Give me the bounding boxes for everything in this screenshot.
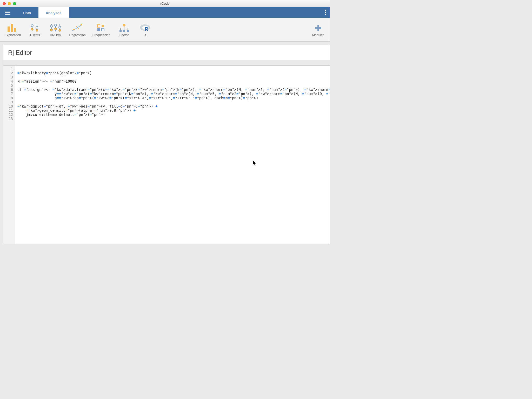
line-gutter: 12345678910111213 <box>3 66 15 244</box>
svg-rect-7 <box>11 24 13 32</box>
svg-point-13 <box>36 26 38 28</box>
code-content[interactable]: ="kw">library="pn">(ggplot2="pn">) N ="a… <box>15 66 330 244</box>
svg-point-5 <box>325 14 326 15</box>
svg-rect-27 <box>78 28 79 29</box>
regression-icon <box>72 23 83 33</box>
svg-rect-31 <box>97 28 100 31</box>
svg-rect-1 <box>5 12 10 13</box>
tool-exploration-label: Exploration <box>5 33 21 37</box>
svg-point-23 <box>59 29 61 31</box>
workspace: Rj Editor 12345678910111213 ="kw">librar… <box>0 42 330 247</box>
frequencies-icon <box>97 23 106 33</box>
menu-button[interactable] <box>0 7 16 18</box>
svg-rect-30 <box>102 25 104 27</box>
svg-rect-2 <box>5 14 10 15</box>
svg-point-22 <box>59 26 61 28</box>
ttests-icon <box>30 23 40 33</box>
svg-rect-39 <box>119 30 122 32</box>
anova-icon <box>49 23 62 33</box>
svg-rect-40 <box>123 30 125 32</box>
analyses-toolbar: Exploration T-Tests <box>0 18 330 42</box>
svg-point-3 <box>325 10 326 11</box>
tool-r[interactable]: R R <box>136 22 154 38</box>
tool-factor[interactable]: Factor <box>115 22 133 38</box>
svg-point-14 <box>36 29 38 31</box>
svg-rect-6 <box>8 26 10 32</box>
svg-point-19 <box>55 24 57 26</box>
svg-rect-41 <box>127 30 129 32</box>
tool-anova-label: ANOVA <box>50 33 61 37</box>
tool-ttests-label: T-Tests <box>29 33 40 37</box>
exploration-icon <box>7 23 18 33</box>
code-editor[interactable]: 12345678910111213 ="kw">library="pn">(gg… <box>3 65 330 244</box>
tool-frequencies[interactable]: Frequencies <box>90 22 112 38</box>
svg-rect-0 <box>5 11 10 11</box>
tab-analyses[interactable]: Analyses <box>38 7 69 18</box>
modules-icon <box>314 23 322 33</box>
editor-pane: Rj Editor 12345678910111213 ="kw">librar… <box>0 42 330 247</box>
tool-modules-label: Modules <box>312 33 324 37</box>
main-header: Data Analyses <box>0 7 330 18</box>
tool-regression[interactable]: Regression <box>67 22 88 38</box>
svg-rect-28 <box>81 24 82 25</box>
svg-rect-32 <box>102 28 104 31</box>
tool-ttests[interactable]: T-Tests <box>26 22 44 38</box>
tab-data[interactable]: Data <box>16 7 38 18</box>
svg-point-11 <box>31 28 33 30</box>
tool-anova[interactable]: ANOVA <box>46 22 65 38</box>
header-tabs: Data Analyses <box>16 7 69 18</box>
svg-point-16 <box>50 25 52 27</box>
window-title: rCode <box>0 2 330 5</box>
r-icon: R <box>139 23 150 33</box>
svg-point-4 <box>325 12 326 13</box>
svg-rect-8 <box>14 28 16 32</box>
svg-rect-25 <box>73 29 75 30</box>
tool-exploration[interactable]: Exploration <box>3 22 23 38</box>
svg-point-10 <box>31 25 33 27</box>
svg-point-33 <box>123 24 125 26</box>
svg-point-17 <box>50 29 52 31</box>
svg-rect-29 <box>97 25 100 27</box>
titlebar: rCode <box>0 0 330 7</box>
editor-title: Rj Editor <box>8 49 32 56</box>
editor-header: Rj Editor <box>3 45 330 60</box>
svg-point-20 <box>55 28 57 30</box>
tool-frequencies-label: Frequencies <box>92 33 110 37</box>
tool-regression-label: Regression <box>69 33 86 37</box>
svg-rect-46 <box>315 27 321 29</box>
tool-factor-label: Factor <box>119 33 129 37</box>
svg-rect-26 <box>76 26 77 27</box>
tool-modules[interactable]: Modules <box>309 22 327 38</box>
tool-r-label: R <box>144 33 146 37</box>
kebab-menu-button[interactable] <box>325 9 330 16</box>
svg-text:R: R <box>145 26 149 32</box>
factor-icon <box>119 23 129 33</box>
